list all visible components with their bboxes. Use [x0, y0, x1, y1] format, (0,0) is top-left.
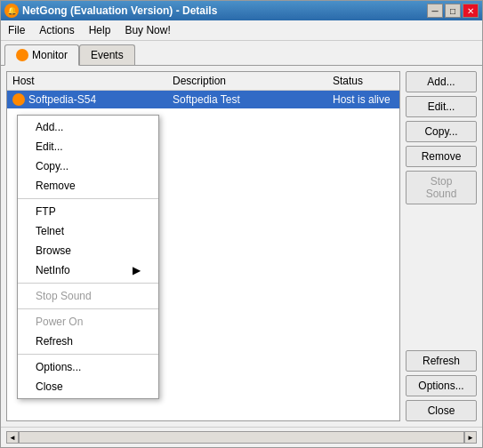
bottom-bar: ◄ ► [1, 427, 482, 447]
ctx-telnet[interactable]: Telnet [18, 221, 158, 241]
copy-button[interactable]: Copy... [406, 121, 477, 142]
tab-monitor[interactable]: Monitor [4, 44, 79, 66]
close-button[interactable]: ✕ [463, 4, 479, 18]
ctx-options[interactable]: Options... [18, 357, 158, 377]
ctx-power-on[interactable]: Power On [18, 312, 158, 332]
menu-actions[interactable]: Actions [32, 22, 81, 38]
scroll-right-arrow[interactable]: ► [464, 431, 477, 444]
tabs-bar: Monitor Events [1, 41, 482, 66]
menu-bar: File Actions Help Buy Now! [1, 20, 482, 41]
add-button[interactable]: Add... [406, 71, 477, 92]
ctx-browse[interactable]: Browse [18, 241, 158, 260]
ctx-refresh[interactable]: Refresh [18, 332, 158, 351]
app-icon: 🔔 [4, 4, 19, 18]
ctx-netinfo-arrow: ▶ [133, 264, 141, 276]
col-status: Status [333, 75, 394, 87]
host-cell: Softpedia-S54 [12, 93, 173, 106]
ctx-netinfo-label: NetInfo [36, 264, 70, 276]
close-main-button[interactable]: Close [406, 400, 477, 421]
host-name: Softpedia-S54 [28, 93, 96, 106]
table-header: Host Description Status [7, 72, 399, 91]
sidebar-buttons: Add... Edit... Copy... Remove Stop Sound… [406, 71, 477, 421]
ctx-copy[interactable]: Copy... [18, 156, 158, 176]
window-controls: ─ □ ✕ [427, 4, 479, 18]
menu-help[interactable]: Help [82, 22, 118, 38]
ctx-sep-1 [18, 198, 158, 199]
host-status: Host is alive [333, 93, 394, 106]
title-bar-left: 🔔 NetGong (Evaluation Version) - Details [4, 4, 217, 18]
ctx-sep-3 [18, 308, 158, 309]
minimize-button[interactable]: ─ [427, 4, 443, 18]
maximize-button[interactable]: □ [445, 4, 461, 18]
window-title: NetGong (Evaluation Version) - Details [22, 4, 217, 17]
ctx-stop-sound[interactable]: Stop Sound [18, 286, 158, 306]
refresh-button[interactable]: Refresh [406, 350, 477, 372]
ctx-edit[interactable]: Edit... [18, 137, 158, 156]
tab-monitor-label: Monitor [32, 49, 68, 61]
ctx-remove[interactable]: Remove [18, 176, 158, 196]
tab-events[interactable]: Events [79, 44, 135, 65]
monitor-tab-icon [16, 49, 28, 61]
scroll-track[interactable] [19, 431, 464, 444]
tab-events-label: Events [91, 49, 124, 61]
ctx-add[interactable]: Add... [18, 117, 158, 137]
table-row[interactable]: Softpedia-S54 Softpedia Test Host is ali… [7, 91, 399, 108]
title-bar: 🔔 NetGong (Evaluation Version) - Details… [1, 1, 482, 20]
menu-buynow[interactable]: Buy Now! [117, 22, 177, 38]
remove-button[interactable]: Remove [406, 146, 477, 167]
content-area: Host Description Status Softpedia-S54 So… [1, 66, 482, 427]
ctx-ftp[interactable]: FTP [18, 202, 158, 221]
host-icon [12, 93, 25, 106]
ctx-close[interactable]: Close [18, 377, 158, 396]
stop-sound-button[interactable]: Stop Sound [406, 171, 477, 204]
scroll-left-arrow[interactable]: ◄ [6, 431, 19, 444]
col-host: Host [12, 75, 173, 87]
context-menu: Add... Edit... Copy... Remove FTP Telnet… [17, 115, 159, 399]
ctx-sep-4 [18, 354, 158, 355]
col-description: Description [173, 75, 333, 87]
ctx-sep-2 [18, 283, 158, 284]
menu-file[interactable]: File [1, 22, 32, 38]
edit-button[interactable]: Edit... [406, 96, 477, 117]
main-window: 🔔 NetGong (Evaluation Version) - Details… [0, 0, 483, 448]
ctx-netinfo[interactable]: NetInfo ▶ [18, 260, 158, 280]
host-description: Softpedia Test [173, 93, 333, 106]
options-button[interactable]: Options... [406, 375, 477, 396]
